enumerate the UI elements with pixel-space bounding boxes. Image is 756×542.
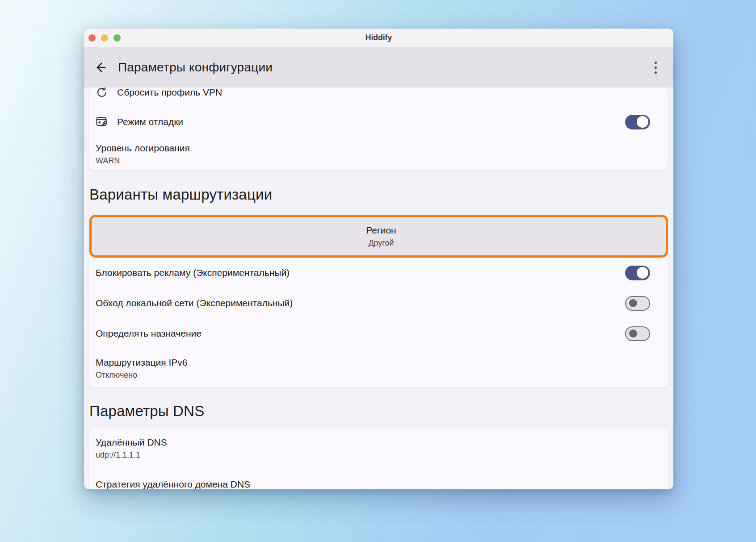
row-title: Маршрутизация IPv6	[96, 357, 188, 368]
more-options-button[interactable]	[650, 58, 661, 76]
window-title: Hiddify	[84, 33, 673, 42]
row-value: WARN	[96, 156, 190, 166]
row-title: Регион	[366, 225, 396, 236]
row-title: Сбросить профиль VPN	[117, 88, 222, 98]
settings-content: Сбросить профиль VPN Режим отладки	[84, 88, 673, 489]
reset-vpn-profile-row[interactable]: Сбросить профиль VPN	[89, 88, 668, 106]
back-button[interactable]	[92, 59, 108, 75]
resolve-destination-toggle[interactable]	[625, 326, 650, 341]
bypass-lan-row[interactable]: Обход локальной сети (Экспериментальный)	[89, 288, 668, 318]
debug-mode-row[interactable]: Режим отладки	[89, 106, 668, 138]
row-value: Другой	[368, 238, 394, 248]
debug-mode-toggle[interactable]	[625, 115, 650, 129]
titlebar: Hiddify	[84, 29, 673, 47]
remote-dns-row[interactable]: Удалённый DNS udp://1.1.1.1	[89, 437, 668, 460]
remote-dns-domain-strategy-row[interactable]: Стратегия удалённого домена DNS	[89, 479, 668, 489]
row-title: Стратегия удалённого домена DNS	[96, 479, 250, 489]
routing-options-card: Регион Другой Блокировать рекламу (Экспе…	[89, 215, 668, 388]
row-title: Блокировать рекламу (Экспериментальный)	[96, 267, 290, 279]
refresh-icon	[95, 88, 109, 98]
block-ads-toggle[interactable]	[625, 266, 650, 280]
region-row-highlighted[interactable]: Регион Другой	[89, 215, 668, 258]
back-arrow-icon	[93, 61, 107, 74]
row-title: Режим отладки	[117, 116, 183, 128]
hiddify-window: Hiddify Параметры конфигурации	[84, 29, 673, 489]
block-ads-row[interactable]: Блокировать рекламу (Экспериментальный)	[89, 258, 668, 288]
section-header-routing: Варианты маршрутизации	[89, 184, 668, 205]
row-value: Отключено	[96, 371, 188, 380]
dns-options-card: Удалённый DNS udp://1.1.1.1 Стратегия уд…	[89, 429, 668, 489]
log-level-row[interactable]: Уровень логирования WARN	[89, 138, 668, 170]
resolve-destination-row[interactable]: Определять назначение	[89, 318, 668, 349]
page-title: Параметры конфигурации	[118, 60, 273, 75]
row-title: Обход локальной сети (Экспериментальный)	[96, 297, 293, 309]
row-title: Определять назначение	[96, 328, 202, 339]
kebab-menu-icon	[655, 62, 657, 64]
debug-console-icon	[95, 116, 109, 128]
app-header: Параметры конфигурации	[84, 47, 673, 88]
row-title: Удалённый DNS	[96, 437, 167, 448]
general-settings-card: Сбросить профиль VPN Режим отладки	[89, 88, 668, 170]
ipv6-routing-row[interactable]: Маршрутизация IPv6 Отключено	[89, 349, 668, 388]
bypass-lan-toggle[interactable]	[625, 296, 650, 311]
section-header-dns: Параметры DNS	[89, 401, 668, 421]
row-value: udp://1.1.1.1	[96, 450, 167, 460]
row-title: Уровень логирования	[96, 142, 190, 154]
